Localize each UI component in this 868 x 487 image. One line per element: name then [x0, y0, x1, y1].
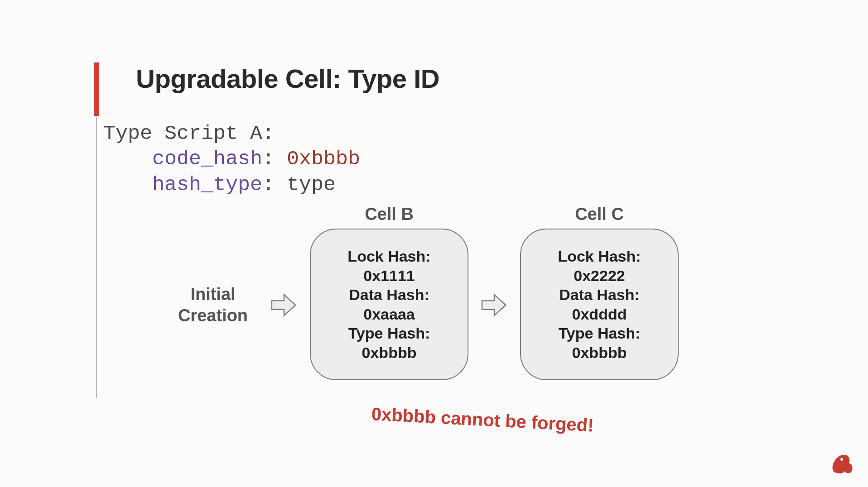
cell-c-data-val: 0xdddd [572, 305, 627, 324]
cell-c-label: Cell C [575, 205, 624, 224]
code-val-hash-type: type [287, 173, 336, 196]
forged-note: 0xbbbb cannot be forged! [371, 404, 594, 436]
code-val-code-hash: 0xbbbb [287, 148, 360, 171]
initial-label-line1: Initial [190, 285, 235, 304]
logo-icon [829, 451, 854, 476]
initial-label-line2: Creation [178, 306, 248, 325]
slide-title: Upgradable Cell: Type ID [136, 63, 439, 94]
cell-b-data-label: Data Hash: [349, 285, 429, 305]
code-key-hash-type: hash_type [152, 173, 262, 196]
cell-b-lock-label: Lock Hash: [347, 247, 430, 266]
cell-b-box: Lock Hash: 0x1111 Data Hash: 0xaaaa Type… [310, 229, 468, 380]
initial-creation-label: Initial Creation [168, 284, 258, 327]
cell-c-lock-val: 0x2222 [574, 266, 625, 286]
type-script-code: Type Script A: code_hash: 0xbbbb hash_ty… [103, 121, 360, 198]
svg-point-0 [840, 458, 843, 461]
cell-b-type-label: Type Hash: [348, 324, 430, 343]
code-line-1: Type Script A: [103, 122, 275, 145]
cell-b-lock-val: 0x1111 [363, 266, 415, 286]
cell-c-data-label: Data Hash: [559, 285, 640, 305]
vertical-divider [96, 117, 97, 398]
cell-b-group: Cell B Lock Hash: 0x1111 Data Hash: 0xaa… [310, 205, 468, 380]
slide-stage: Upgradable Cell: Type ID Type Script A: … [0, 0, 868, 487]
cell-c-type-val: 0xbbbb [572, 343, 627, 363]
cell-b-label: Cell B [365, 205, 414, 224]
cell-c-lock-label: Lock Hash: [558, 247, 641, 266]
cell-c-type-label: Type Hash: [559, 324, 641, 343]
code-key-code-hash: code_hash [152, 148, 262, 171]
cell-b-data-val: 0xaaaa [363, 305, 415, 324]
cell-c-box: Lock Hash: 0x2222 Data Hash: 0xdddd Type… [520, 229, 679, 380]
title-accent-bar [94, 62, 99, 116]
arrow-right-icon [271, 292, 297, 318]
cell-c-group: Cell C Lock Hash: 0x2222 Data Hash: 0xdd… [520, 205, 679, 380]
arrow-right-icon [481, 292, 507, 318]
cell-b-type-val: 0xbbbb [362, 343, 417, 363]
flow-row: Initial Creation Cell B Lock Hash: 0x111… [168, 217, 679, 393]
